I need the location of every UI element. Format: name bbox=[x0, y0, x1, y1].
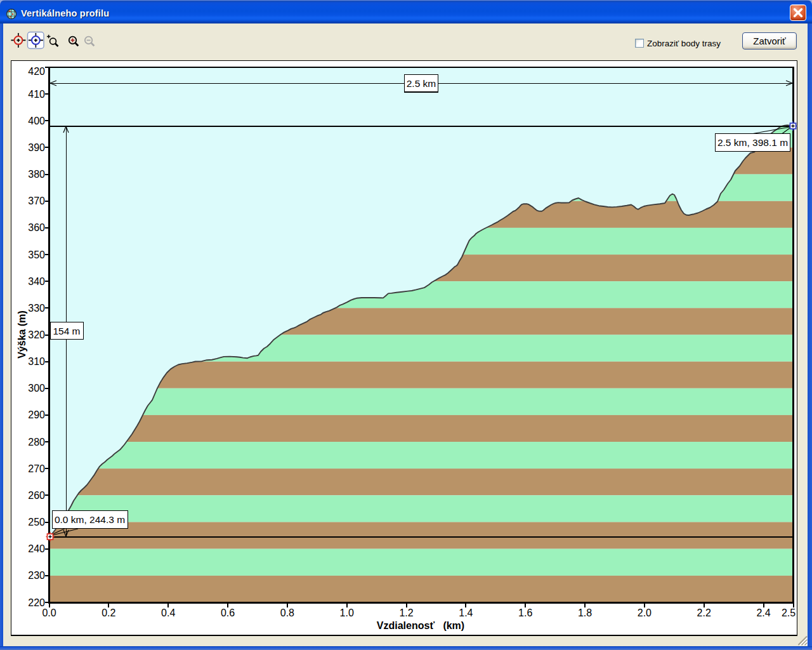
svg-text:2.5: 2.5 bbox=[782, 607, 796, 618]
svg-text:2.5 km, 398.1 m: 2.5 km, 398.1 m bbox=[717, 137, 788, 148]
svg-text:1.8: 1.8 bbox=[578, 607, 592, 618]
svg-text:0.0: 0.0 bbox=[42, 607, 56, 618]
svg-text:330: 330 bbox=[28, 303, 45, 314]
svg-text:380: 380 bbox=[28, 169, 45, 180]
svg-text:420: 420 bbox=[28, 66, 45, 77]
svg-text:2.5 km: 2.5 km bbox=[407, 78, 436, 89]
svg-text:2.0: 2.0 bbox=[638, 607, 652, 618]
svg-text:370: 370 bbox=[28, 196, 45, 206]
svg-text:240: 240 bbox=[28, 543, 45, 554]
svg-text:280: 280 bbox=[28, 437, 45, 448]
svg-text:320: 320 bbox=[28, 329, 45, 340]
svg-text:1.4: 1.4 bbox=[459, 607, 473, 618]
svg-text:Výška (m): Výška (m) bbox=[16, 310, 27, 359]
svg-text:260: 260 bbox=[28, 490, 45, 501]
svg-text:1.0: 1.0 bbox=[340, 607, 354, 618]
svg-text:360: 360 bbox=[28, 222, 45, 233]
svg-text:300: 300 bbox=[28, 383, 45, 394]
svg-text:270: 270 bbox=[28, 463, 45, 474]
svg-text:410: 410 bbox=[28, 89, 45, 100]
svg-text:230: 230 bbox=[28, 570, 45, 581]
svg-text:0.6: 0.6 bbox=[221, 607, 235, 618]
svg-text:0.0 km, 244.3 m: 0.0 km, 244.3 m bbox=[55, 514, 125, 525]
svg-text:1.2: 1.2 bbox=[399, 607, 413, 618]
svg-text:1.6: 1.6 bbox=[518, 607, 532, 618]
svg-text:2.2: 2.2 bbox=[697, 607, 711, 618]
svg-text:Vzdialenosť (km): Vzdialenosť (km) bbox=[377, 620, 464, 631]
svg-text:350: 350 bbox=[28, 249, 45, 260]
svg-text:290: 290 bbox=[28, 409, 45, 420]
svg-text:0.8: 0.8 bbox=[280, 607, 294, 618]
svg-text:220: 220 bbox=[28, 597, 45, 608]
svg-text:310: 310 bbox=[28, 356, 45, 367]
svg-text:2.4: 2.4 bbox=[756, 607, 770, 618]
svg-text:340: 340 bbox=[28, 276, 45, 287]
svg-text:154 m: 154 m bbox=[53, 326, 80, 336]
svg-text:0.4: 0.4 bbox=[161, 607, 175, 618]
svg-text:0.2: 0.2 bbox=[102, 607, 115, 618]
svg-text:250: 250 bbox=[28, 517, 45, 527]
svg-text:390: 390 bbox=[28, 142, 45, 153]
svg-text:400: 400 bbox=[28, 116, 45, 126]
